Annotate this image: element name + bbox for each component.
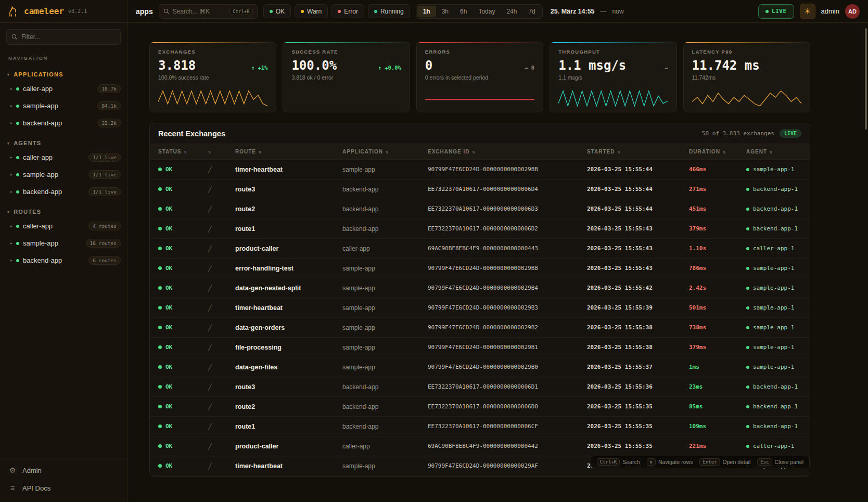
sidebar-item-sample-app[interactable]: ▸ sample-app 84.1k [0, 97, 127, 114]
table-row[interactable]: OK ╱ data-gen-orders sample-app 90799F47… [150, 318, 810, 338]
sort-icon: ⇅ [770, 149, 773, 155]
table-row[interactable]: OK ╱ data-gen-files sample-app 90799F47E… [150, 357, 810, 377]
sidebar-item-admin[interactable]: ⚙ Admin [0, 461, 127, 479]
filter-input[interactable] [21, 33, 116, 41]
filter-chip-ok[interactable]: OK [263, 4, 291, 18]
range-dash: — [601, 8, 607, 15]
status-dot [158, 187, 162, 191]
agent-name: backend-app-1 [753, 225, 798, 232]
range-button-today[interactable]: Today [473, 6, 501, 17]
agent-status-dot [746, 405, 749, 408]
chip-dot [270, 10, 273, 13]
sidebar-item-backend-app[interactable]: ▸ backend-app 32.2k [0, 114, 127, 132]
sidebar-section-routes[interactable]: ▾ ROUTES [0, 204, 127, 217]
sidebar-section: ▾ ROUTES ▸ caller-app 4 routes ▸ sample-… [0, 200, 127, 269]
range-button-24h[interactable]: 24h [501, 6, 522, 17]
sidebar-item-sample-app[interactable]: ▸ sample-app 16 routes [0, 235, 127, 252]
sidebar-item-api-docs[interactable]: ≡ API Docs [0, 479, 127, 497]
range-button-3h[interactable]: 3h [436, 6, 454, 17]
chevron-down-icon: ▾ [7, 210, 10, 214]
column-header-route[interactable]: ROUTE⇅ [235, 149, 342, 155]
started-timestamp: 2026-03-25 15:55:43 [587, 265, 689, 272]
scrollbar[interactable] [865, 28, 867, 130]
stat-label: EXCHANGES [158, 49, 267, 55]
search-input[interactable] [173, 8, 226, 15]
chevron-right-icon: ▸ [10, 121, 12, 125]
card-accent-bar [417, 42, 543, 43]
route-trace-icon: ╱ [208, 226, 212, 233]
sidebar-item-backend-app[interactable]: ▸ backend-app 1/1 live [0, 183, 127, 200]
stat-card-success-rate[interactable]: SUCCESS RATE 100.0% ↑ +0.0% 3.818 ok / 0… [283, 42, 410, 112]
filter-chip-error[interactable]: Error [331, 4, 364, 18]
sidebar-item-caller-app[interactable]: ▸ caller-app 4 routes [0, 217, 127, 235]
status-cell: OK [158, 364, 208, 370]
sidebar-item-sample-app[interactable]: ▸ sample-app 1/1 live [0, 166, 127, 183]
filter-chip-running[interactable]: Running [368, 4, 410, 18]
card-accent-bar [684, 42, 810, 43]
table-row[interactable]: OK ╱ route3 backend-app EE7322370A10617-… [150, 179, 810, 199]
table-row[interactable]: OK ╱ route2 backend-app EE7322370A10617-… [150, 397, 810, 417]
sidebar-filter[interactable] [6, 29, 121, 45]
avatar[interactable]: AD [845, 4, 860, 19]
card-accent-bar [550, 42, 676, 43]
count-badge: 16 routes [86, 239, 121, 248]
chip-dot [301, 10, 304, 13]
list-icon: ≡ [8, 484, 17, 492]
stat-card-throughput[interactable]: THROUGHPUT 1.1 msg/s → 1.1 msg/s [550, 42, 676, 112]
table-row[interactable]: OK ╱ product-caller caller-app 69AC90BF8… [150, 239, 810, 259]
hint-search: Ctrl+KSearch [597, 458, 640, 466]
range-end-now[interactable]: now [612, 8, 624, 15]
column-header-trace[interactable]: ⇅ [208, 149, 235, 155]
sort-icon: ⇅ [386, 149, 389, 155]
table-row[interactable]: OK ╱ route2 backend-app EE7322370A10617-… [150, 199, 810, 219]
route-name: timer-heartbeat [235, 166, 342, 173]
sidebar-item-backend-app[interactable]: ▸ backend-app 6 routes [0, 252, 127, 269]
agent-name: sample-app-1 [753, 304, 794, 311]
exchange-id: 90799F47E6CD24D-00000000000029AF [428, 462, 587, 469]
range-button-1h[interactable]: 1h [417, 6, 436, 17]
table-row[interactable]: OK ╱ timer-heartbeat sample-app 90799F47… [150, 298, 810, 318]
theme-toggle[interactable]: ☀ [800, 4, 815, 19]
stat-card-exchanges[interactable]: EXCHANGES 3.818 ↑ +1% 100.0% success rat… [149, 42, 276, 112]
range-button-6h[interactable]: 6h [454, 6, 473, 17]
app-logo[interactable]: cameleer v3.2.1 [0, 0, 127, 23]
live-toggle[interactable]: LIVE [758, 4, 794, 19]
table-row[interactable]: OK ╱ route3 backend-app EE7322370A10617-… [150, 377, 810, 397]
table-row[interactable]: OK ╱ file-processing sample-app 90799F47… [150, 338, 810, 357]
sidebar-item-caller-app[interactable]: ▸ caller-app 1/1 live [0, 149, 127, 166]
range-button-7d[interactable]: 7d [522, 6, 541, 17]
started-timestamp: 2026-03-25 15:55:35 [587, 403, 689, 410]
status-dot [158, 464, 162, 468]
sidebar-section-applications[interactable]: ▾ APPLICATIONS [0, 67, 127, 80]
chevron-right-icon: ▸ [10, 104, 12, 108]
route-trace-icon: ╱ [208, 384, 212, 391]
status-dot [158, 306, 162, 310]
filter-chip-warn[interactable]: Warn [295, 4, 328, 18]
global-search[interactable]: Ctrl+K [159, 4, 258, 19]
sidebar-section-agents[interactable]: ▾ AGENTS [0, 136, 127, 149]
stat-card-errors[interactable]: ERRORS 0 → 0 0 errors in selected period [416, 42, 543, 112]
status-dot [16, 156, 19, 159]
column-header-agent[interactable]: AGENT⇅ [746, 149, 801, 155]
application-name: sample-app [342, 166, 428, 173]
stat-card-latency-p99[interactable]: LATENCY P99 11.742 ms 11.742ms [683, 42, 810, 112]
started-timestamp: 2026-03-25 15:55:35 [587, 443, 689, 449]
table-row[interactable]: OK ╱ timer-heartbeat sample-app 90799F47… [150, 160, 810, 179]
route-trace-icon: ╱ [208, 364, 212, 371]
duration: 109ms [689, 423, 746, 430]
column-header-duration[interactable]: DURATION⇅ [689, 149, 746, 155]
application-name: backend-app [342, 186, 428, 193]
sidebar-item-caller-app[interactable]: ▸ caller-app 10.7k [0, 80, 127, 97]
column-header-exchange-id[interactable]: EXCHANGE ID⇅ [428, 149, 587, 155]
table-row[interactable]: OK ╱ route1 backend-app EE7322370A10617-… [150, 219, 810, 239]
column-header-status[interactable]: STATUS⇅ [158, 149, 208, 155]
agent-name: caller-app-1 [753, 245, 794, 252]
column-header-started[interactable]: STARTED⇅ [587, 149, 689, 155]
table-row[interactable]: OK ╱ product-caller caller-app 69AC90BF8… [150, 436, 810, 456]
kbd-key: Ctrl+K [597, 458, 620, 466]
exchange-id: EE7322370A10617-00000000000006D4 [428, 186, 587, 192]
table-row[interactable]: OK ╱ route1 backend-app EE7322370A10617-… [150, 417, 810, 436]
table-row[interactable]: OK ╱ error-handling-test sample-app 9079… [150, 259, 810, 278]
table-row[interactable]: OK ╱ data-gen-nested-split sample-app 90… [150, 278, 810, 298]
column-header-application[interactable]: APPLICATION⇅ [342, 149, 428, 155]
